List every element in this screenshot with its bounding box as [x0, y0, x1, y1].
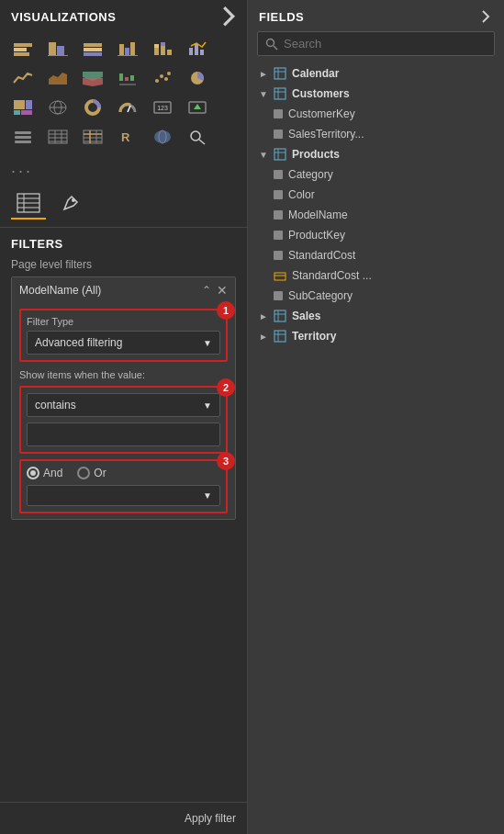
svg-rect-80 — [274, 149, 286, 160]
tree-item-customers[interactable]: ▼ Customers — [252, 84, 500, 104]
viz-clustered-bar[interactable] — [42, 35, 73, 62]
format-pane-icon[interactable] — [53, 188, 88, 220]
svg-rect-12 — [118, 55, 138, 56]
page-level-filters-label: Page level filters — [11, 258, 236, 271]
svg-rect-15 — [161, 46, 165, 55]
viz-matrix[interactable] — [77, 123, 108, 151]
tree-item-modelname[interactable]: ModelName — [252, 205, 500, 225]
viz-pie[interactable] — [182, 64, 213, 92]
svg-rect-85 — [274, 310, 286, 321]
viz-line[interactable] — [7, 64, 39, 92]
tree-item-color[interactable]: Color — [252, 185, 500, 205]
fields-pane-icon[interactable] — [11, 188, 46, 220]
viz-waterfall[interactable] — [112, 64, 143, 92]
filter-type-value: Advanced filtering — [35, 336, 122, 349]
viz-scatter[interactable] — [147, 64, 178, 92]
salesterritory-label: SalesTerritory... — [288, 128, 364, 141]
or-radio-button[interactable] — [77, 467, 90, 479]
svg-rect-48 — [15, 141, 31, 143]
and-radio-label[interactable]: And — [27, 467, 62, 479]
visualizations-expand-icon[interactable] — [221, 9, 236, 24]
viz-map[interactable] — [42, 94, 73, 121]
tree-item-standardcost2[interactable]: StandardCost ... — [252, 265, 500, 286]
viz-donut[interactable] — [77, 94, 108, 121]
right-panel: FIELDS ► Calendar ▼ Customers CustomerKe… — [248, 0, 504, 834]
customers-label: Customers — [292, 87, 350, 100]
svg-point-72 — [267, 39, 274, 46]
svg-line-73 — [274, 46, 277, 50]
svg-rect-17 — [167, 50, 172, 55]
svg-rect-46 — [15, 131, 31, 134]
contains-text-input[interactable] — [27, 423, 220, 446]
viz-stacked-column[interactable] — [147, 35, 178, 62]
badge-2: 2 — [217, 378, 235, 397]
visualizations-header: VISUALIZATIONS — [0, 0, 247, 31]
svg-rect-83 — [274, 273, 286, 280]
tree-item-standardcost[interactable]: StandardCost — [252, 245, 500, 265]
subcategory-label: SubCategory — [288, 289, 353, 302]
svg-text:R: R — [121, 130, 130, 144]
viz-gauge[interactable] — [112, 94, 143, 121]
modelname-label: ModelName — [288, 208, 348, 221]
viz-table[interactable] — [42, 123, 73, 151]
filter-header-icons: ⌃ ✕ — [202, 283, 228, 298]
more-visualizations-dots[interactable]: ... — [0, 154, 247, 181]
svg-line-41 — [128, 106, 130, 112]
filter-type-chevron-icon: ▼ — [203, 338, 212, 348]
viz-slicer[interactable] — [7, 123, 39, 151]
modelname-field-icon — [274, 210, 283, 220]
filter-box-header: ModelName (All) ⌃ ✕ — [12, 277, 235, 303]
filter-collapse-icon[interactable]: ⌃ — [202, 284, 211, 297]
tree-item-products[interactable]: ▼ Products — [252, 144, 500, 164]
customerkey-label: CustomerKey — [288, 107, 355, 120]
viz-search[interactable] — [182, 123, 213, 151]
contains-value: contains — [35, 399, 76, 411]
contains-section: 2 contains ▼ — [19, 386, 228, 454]
svg-rect-11 — [130, 42, 135, 55]
svg-rect-34 — [26, 100, 32, 109]
fields-header: FIELDS — [248, 0, 504, 31]
customers-expand-icon: ▼ — [259, 89, 268, 98]
tree-item-sales[interactable]: ► Sales — [252, 306, 500, 326]
tree-item-customerkey[interactable]: CustomerKey — [252, 104, 500, 124]
filter-box-modelname: ModelName (All) ⌃ ✕ 1 Filter Type Advanc… — [11, 276, 236, 520]
fields-search-box[interactable] — [257, 31, 495, 56]
and-radio-button[interactable] — [27, 467, 39, 479]
search-input[interactable] — [284, 37, 487, 51]
tree-item-productkey[interactable]: ProductKey — [252, 225, 500, 245]
viz-r-script[interactable]: R — [112, 123, 143, 151]
viz-line-column[interactable] — [182, 35, 213, 62]
viz-kpi[interactable] — [182, 94, 213, 121]
viz-clustered-column[interactable] — [112, 35, 143, 62]
viz-area[interactable] — [42, 64, 73, 92]
second-condition-dropdown[interactable]: ▼ — [27, 485, 220, 506]
territory-table-icon — [274, 330, 286, 343]
viz-filled-map[interactable] — [147, 123, 178, 151]
viz-card[interactable]: 123 — [147, 94, 178, 121]
viz-treemap[interactable] — [7, 94, 39, 121]
contains-chevron-icon: ▼ — [203, 400, 212, 411]
tree-item-subcategory[interactable]: SubCategory — [252, 286, 500, 306]
svg-rect-10 — [125, 48, 129, 55]
viz-100-stacked-bar[interactable] — [77, 35, 108, 62]
color-label: Color — [288, 188, 315, 201]
tree-item-territory[interactable]: ► Territory — [252, 326, 500, 346]
fields-expand-icon[interactable] — [478, 9, 493, 24]
sales-label: Sales — [292, 310, 320, 322]
tree-item-salesterritory[interactable]: SalesTerritory... — [252, 124, 500, 144]
tree-item-category[interactable]: Category — [252, 164, 500, 185]
viz-stacked-bar[interactable] — [7, 35, 39, 62]
customerkey-field-icon — [274, 109, 283, 118]
filter-type-dropdown[interactable]: Advanced filtering ▼ — [27, 331, 220, 355]
tree-item-calendar[interactable]: ► Calendar — [252, 63, 500, 84]
svg-rect-18 — [189, 48, 193, 55]
and-label: And — [43, 467, 62, 479]
viz-ribbon[interactable] — [77, 64, 108, 92]
filter-remove-icon[interactable]: ✕ — [217, 283, 228, 298]
or-radio-label[interactable]: Or — [77, 467, 106, 479]
apply-filter-bar[interactable]: Apply filter — [0, 802, 247, 834]
svg-rect-36 — [21, 110, 32, 115]
contains-dropdown[interactable]: contains ▼ — [27, 393, 220, 417]
filters-section: FILTERS Page level filters ModelName (Al… — [0, 228, 247, 802]
badge-1: 1 — [217, 301, 235, 320]
